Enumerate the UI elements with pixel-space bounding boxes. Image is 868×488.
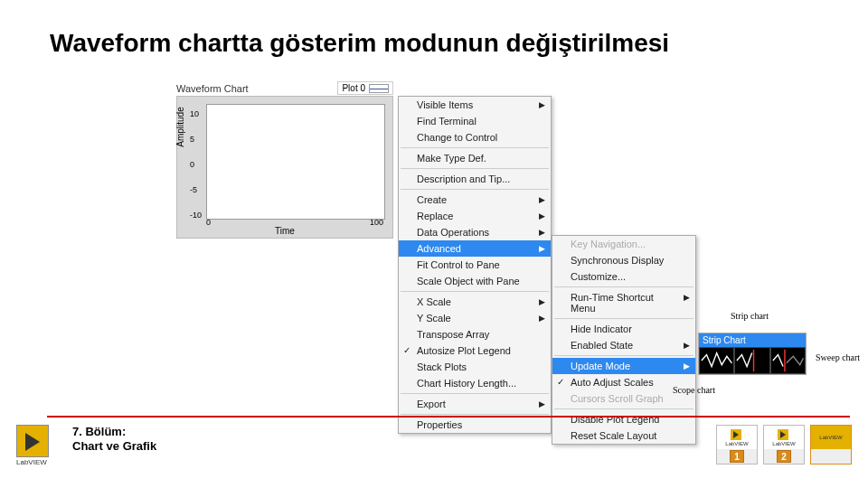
submenu-arrow-icon: ▶	[539, 211, 545, 221]
menu-separator	[554, 318, 693, 319]
menu-item[interactable]: Reset Scale Layout	[552, 427, 695, 444]
update-mode-flyout: Strip Chart	[698, 333, 807, 375]
update-mode-header[interactable]: Strip Chart	[699, 333, 806, 347]
menu-item[interactable]: Change to Control	[399, 129, 551, 145]
submenu-arrow-icon: ▶	[539, 297, 545, 306]
thumb-label: LabVIEW	[772, 441, 795, 446]
menu-item[interactable]: Enabled State▶	[552, 337, 695, 353]
menu-separator	[401, 291, 549, 292]
ytick: -10	[190, 211, 202, 220]
submenu-arrow-icon: ▶	[539, 100, 545, 109]
labview-logo-text: LabVIEW	[16, 458, 61, 466]
menu-item[interactable]: Hide Indicator	[552, 321, 695, 337]
menu-separator	[401, 189, 549, 190]
scope-chart-icon[interactable]	[734, 347, 769, 374]
footer-chapter: 7. Bölüm: Chart ve Grafik	[72, 425, 156, 455]
thumb-1: LabVIEW 1	[716, 425, 758, 465]
thumb-label: LabVIEW	[819, 435, 842, 440]
menu-separator	[554, 286, 693, 287]
menu-item[interactable]: Scale Object with Pane	[399, 273, 551, 289]
ytick: 5	[190, 135, 194, 144]
xtick-min: 0	[206, 218, 211, 227]
plot-box	[206, 104, 385, 220]
thumb-badge-1: 1	[730, 450, 744, 463]
menu-separator	[401, 393, 549, 394]
menu-separator	[554, 355, 693, 356]
menu-item[interactable]: Synchronous Display	[552, 252, 695, 268]
labview-icon	[16, 425, 49, 457]
menu-item[interactable]: Properties	[399, 417, 551, 433]
menu-item[interactable]: Disable Plot Legend	[552, 411, 695, 427]
submenu-arrow-icon: ▶	[684, 293, 690, 302]
thumb-label: LabVIEW	[725, 441, 748, 446]
submenu-arrow-icon: ▶	[539, 399, 545, 408]
thumb-2: LabVIEW 2	[763, 425, 805, 465]
check-icon: ✓	[557, 377, 564, 387]
menu-item[interactable]: Y Scale▶	[399, 310, 551, 326]
menu-item[interactable]: Advanced▶	[399, 240, 551, 257]
menu-item[interactable]: Find Terminal	[399, 113, 551, 129]
labview-icon	[778, 429, 788, 440]
menu-item[interactable]: Transpose Array	[399, 326, 551, 343]
submenu-arrow-icon: ▶	[539, 314, 545, 323]
menu-item[interactable]: Replace▶	[399, 208, 551, 224]
menu-item[interactable]: X Scale▶	[399, 294, 551, 310]
sweep-chart-icon[interactable]	[770, 347, 806, 374]
ytick: 0	[190, 160, 194, 169]
menu-separator	[401, 147, 549, 148]
submenu-arrow-icon: ▶	[684, 341, 690, 350]
x-axis-label: Time	[275, 226, 295, 236]
ytick: -5	[190, 185, 197, 194]
chart-area[interactable]: Amplitude Time 10 5 0 -5 -10 0 100	[176, 96, 393, 239]
page-title: Waveform chartta gösterim modunun değişt…	[50, 29, 669, 58]
menu-item[interactable]: Make Type Def.	[399, 150, 551, 166]
menu-item[interactable]: Export▶	[399, 396, 551, 412]
plot-legend[interactable]: Plot 0	[337, 81, 393, 95]
menu-separator	[401, 414, 549, 415]
menu-item[interactable]: Visible Items▶	[399, 97, 551, 113]
annotation-strip: Strip chart	[731, 311, 769, 321]
menu-item[interactable]: Chart History Length...	[399, 375, 551, 391]
footer-divider	[47, 416, 850, 418]
submenu-arrow-icon: ▶	[539, 244, 545, 253]
menu-item[interactable]: Autosize Plot Legend✓	[399, 343, 551, 359]
plot-swatch	[369, 84, 389, 93]
menu-item[interactable]: Run-Time Shortcut Menu▶	[552, 289, 695, 316]
menu-item[interactable]: Data Operations▶	[399, 224, 551, 240]
thumb-badge-2: 2	[777, 450, 791, 463]
menu-item[interactable]: Update Mode▶	[552, 358, 695, 374]
submenu-arrow-icon: ▶	[539, 228, 545, 237]
y-axis-label: Amplitude	[175, 107, 185, 146]
menu-item[interactable]: Stack Plots	[399, 359, 551, 375]
strip-chart-icon[interactable]	[699, 347, 734, 374]
xtick-max: 100	[370, 218, 383, 227]
thumb-3: LabVIEW	[810, 425, 852, 465]
context-menu-2: Key Navigation...Synchronous DisplayCust…	[552, 235, 696, 445]
menu-item: Key Navigation...	[552, 236, 695, 252]
ytick: 10	[190, 109, 199, 118]
plot-legend-text: Plot 0	[342, 83, 365, 93]
menu-item[interactable]: Customize...	[552, 268, 695, 285]
footer-thumbnails: LabVIEW 1 LabVIEW 2 LabVIEW	[716, 425, 852, 465]
waveform-chart-region: Waveform Chart Plot 0 Amplitude Time 10 …	[176, 83, 393, 239]
labview-logo: LabVIEW	[16, 425, 61, 470]
annotation-sweep: Sweep chart	[816, 352, 860, 362]
submenu-arrow-icon: ▶	[539, 195, 545, 204]
submenu-arrow-icon: ▶	[684, 361, 690, 371]
menu-item[interactable]: Description and Tip...	[399, 171, 551, 187]
annotation-scope: Scope chart	[673, 385, 715, 395]
menu-item[interactable]: Create▶	[399, 192, 551, 208]
context-menu-1: Visible Items▶Find TerminalChange to Con…	[398, 96, 552, 434]
footer-line2: Chart ve Grafik	[72, 439, 156, 454]
menu-separator	[401, 168, 549, 169]
footer-line1: 7. Bölüm:	[72, 425, 156, 439]
check-icon: ✓	[403, 345, 410, 355]
labview-icon	[731, 429, 741, 440]
menu-item[interactable]: Fit Control to Pane	[399, 257, 551, 273]
menu-separator	[554, 408, 693, 409]
